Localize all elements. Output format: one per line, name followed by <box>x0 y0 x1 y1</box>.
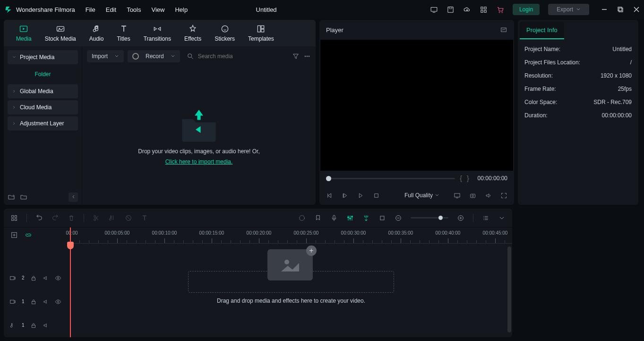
fullscreen-icon[interactable] <box>500 192 507 199</box>
svg-rect-1 <box>448 7 453 12</box>
track-row[interactable] <box>70 295 512 320</box>
voiceover-icon[interactable] <box>330 214 338 222</box>
delete-icon[interactable] <box>68 214 75 222</box>
apps-icon[interactable] <box>480 6 488 14</box>
tab-stock-media[interactable]: Stock Media <box>38 21 83 45</box>
tab-effects[interactable]: Effects <box>178 21 208 45</box>
tab-templates[interactable]: Templates <box>241 21 281 45</box>
add-media-plus-icon[interactable]: + <box>306 245 317 256</box>
crop-icon[interactable] <box>378 214 386 222</box>
visibility-icon[interactable] <box>55 298 61 305</box>
lock-icon[interactable] <box>30 298 37 305</box>
login-button[interactable]: Login <box>513 4 540 15</box>
split-icon[interactable] <box>93 214 100 222</box>
collapse-sidebar-button[interactable] <box>69 192 78 202</box>
svg-point-31 <box>94 215 96 217</box>
cloud-icon[interactable] <box>463 6 471 14</box>
tab-audio[interactable]: Audio <box>83 21 111 45</box>
timeline-tracks-area[interactable]: 00:00 00:00:05:00 00:00:10:00 00:00:15:0… <box>70 227 512 337</box>
tracks-area: + Drag and drop media and effects here t… <box>70 244 512 320</box>
drop-area[interactable]: Drop your video clips, images, or audio … <box>82 66 316 205</box>
minimize-icon[interactable] <box>601 7 607 12</box>
magnet-icon[interactable] <box>362 214 370 222</box>
transitions-icon <box>153 24 162 34</box>
video-track-icon <box>9 298 16 305</box>
stop-icon[interactable] <box>373 192 380 199</box>
main-row: Media Stock Media Audio Titles Transitio… <box>0 20 644 205</box>
redo-icon[interactable] <box>52 214 59 222</box>
lock-icon[interactable] <box>30 322 37 329</box>
export-label: Export <box>557 6 573 13</box>
folder-label[interactable]: Folder <box>8 66 78 82</box>
record-dropdown[interactable]: Record <box>128 50 180 62</box>
cart-icon[interactable] <box>496 6 504 14</box>
sidebar-item-cloud-media[interactable]: Cloud Media <box>8 100 78 114</box>
layout-icon[interactable] <box>10 214 18 222</box>
scopes-icon[interactable] <box>500 26 507 34</box>
add-track-icon[interactable] <box>10 231 18 239</box>
more-icon[interactable] <box>303 52 311 60</box>
mark-in-icon[interactable]: { <box>460 175 462 182</box>
link-icon[interactable] <box>25 231 32 239</box>
playhead[interactable] <box>70 227 71 337</box>
mute-icon[interactable] <box>43 275 49 281</box>
export-button[interactable]: Export <box>548 4 589 15</box>
tab-stickers[interactable]: Stickers <box>208 21 241 45</box>
settings-caret-icon[interactable] <box>498 214 506 222</box>
media-toolbar: Import Record <box>82 46 316 66</box>
close-icon[interactable] <box>634 7 639 12</box>
tab-transitions[interactable]: Transitions <box>137 21 178 45</box>
step-back-icon[interactable] <box>342 192 349 199</box>
track-header-video-1[interactable]: 1 <box>4 290 70 314</box>
search-input[interactable] <box>198 53 288 60</box>
save-icon[interactable] <box>447 6 455 14</box>
tab-project-info[interactable]: Project Info <box>520 22 564 39</box>
svg-rect-3 <box>481 7 483 9</box>
filter-icon[interactable] <box>292 52 300 60</box>
zoom-out-icon[interactable] <box>395 214 402 222</box>
mask-icon[interactable] <box>125 214 132 222</box>
svg-rect-29 <box>12 219 14 220</box>
timeline-ruler[interactable]: 00:00 00:00:05:00 00:00:10:00 00:00:15:0… <box>70 227 512 244</box>
tab-titles[interactable]: Titles <box>110 21 137 45</box>
track-header-video-2[interactable]: 2 <box>4 266 70 290</box>
timeline-scrollbar[interactable] <box>507 246 511 332</box>
maximize-icon[interactable] <box>618 7 623 12</box>
mute-icon[interactable] <box>43 322 49 329</box>
track-row[interactable]: + Drag and drop media and effects here t… <box>70 269 512 295</box>
mute-icon[interactable] <box>43 298 49 305</box>
audio-edit-icon[interactable] <box>109 214 116 222</box>
visibility-icon[interactable] <box>55 275 61 281</box>
list-view-icon[interactable] <box>482 214 489 222</box>
lock-icon[interactable] <box>30 275 37 281</box>
text-icon[interactable] <box>141 214 148 222</box>
undo-icon[interactable] <box>35 214 43 222</box>
device-icon[interactable] <box>430 6 438 14</box>
sidebar-item-project-media[interactable]: Project Media <box>8 50 78 64</box>
folder-icon[interactable] <box>20 193 27 201</box>
player-video[interactable] <box>320 40 513 171</box>
volume-icon[interactable] <box>485 192 492 199</box>
sidebar-item-adjustment-layer[interactable]: Adjustment Layer <box>8 116 78 131</box>
display-icon[interactable] <box>454 192 461 199</box>
render-icon[interactable] <box>298 214 306 222</box>
quality-dropdown[interactable]: Full Quality <box>404 192 439 199</box>
prev-frame-icon[interactable] <box>326 192 333 199</box>
new-folder-icon[interactable] <box>8 193 15 201</box>
import-link[interactable]: Click here to import media. <box>165 158 233 165</box>
audio-mixer-icon[interactable] <box>346 214 354 222</box>
scrub-track[interactable] <box>326 178 455 179</box>
marker-icon[interactable] <box>314 214 322 222</box>
track-header-audio-1[interactable]: 1 <box>4 314 70 337</box>
zoom-slider[interactable] <box>411 217 448 219</box>
ruler-tick: 00:00:20:00 <box>247 230 272 236</box>
zoom-in-icon[interactable] <box>457 214 464 222</box>
menu-file[interactable]: File <box>86 6 95 13</box>
svg-point-20 <box>307 56 308 57</box>
import-dropdown[interactable]: Import <box>87 50 124 62</box>
tab-media[interactable]: Media <box>9 21 38 45</box>
sidebar-item-global-media[interactable]: Global Media <box>8 84 78 98</box>
play-icon[interactable] <box>357 192 364 199</box>
snapshot-icon[interactable] <box>469 192 476 199</box>
mark-out-icon[interactable]: } <box>467 175 469 182</box>
